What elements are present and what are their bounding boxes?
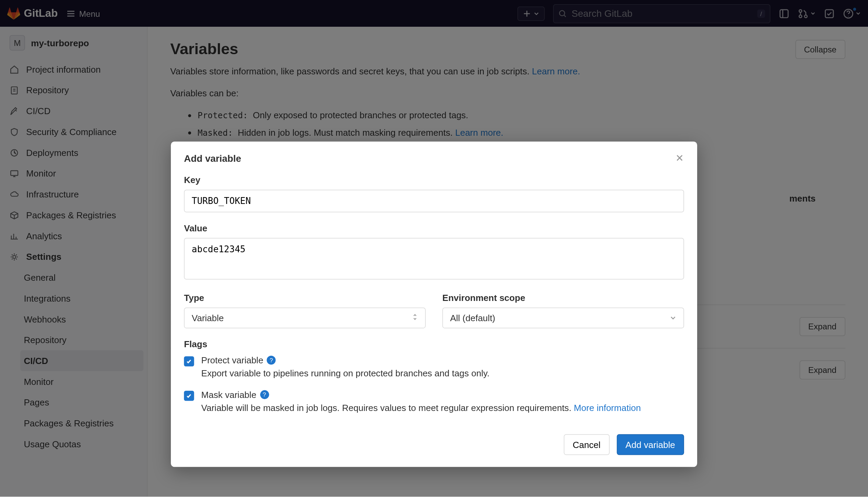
cancel-button[interactable]: Cancel [564,434,609,455]
scope-label: Environment scope [442,293,684,303]
key-label: Key [184,175,684,185]
add-variable-button[interactable]: Add variable [617,434,684,455]
chevron-down-icon [670,315,676,321]
mask-label: Mask variable [201,390,257,400]
value-input[interactable] [184,238,684,279]
sort-icon [412,313,418,321]
modal-title: Add variable [184,154,241,164]
mask-desc: Variable will be masked in job logs. Req… [201,401,641,415]
key-input[interactable] [184,190,684,213]
check-icon [186,393,192,399]
more-info-link[interactable]: More information [574,403,641,413]
help-icon[interactable]: ? [267,356,276,365]
flags-label: Flags [184,339,684,349]
mask-checkbox[interactable] [184,391,194,401]
help-icon[interactable]: ? [260,390,269,399]
scope-value: All (default) [450,313,495,323]
add-variable-modal: Add variable Key Value Type Variable Env… [171,142,697,466]
protect-checkbox[interactable] [184,356,194,366]
type-label: Type [184,293,426,303]
close-icon [675,154,684,162]
protect-label: Protect variable [201,355,263,365]
value-label: Value [184,223,684,233]
type-value: Variable [192,313,224,323]
close-button[interactable] [675,154,684,164]
check-icon [186,358,192,365]
scope-select[interactable]: All (default) [442,307,684,328]
protect-desc: Export variable to pipelines running on … [201,366,490,380]
type-select[interactable]: Variable [184,307,426,328]
